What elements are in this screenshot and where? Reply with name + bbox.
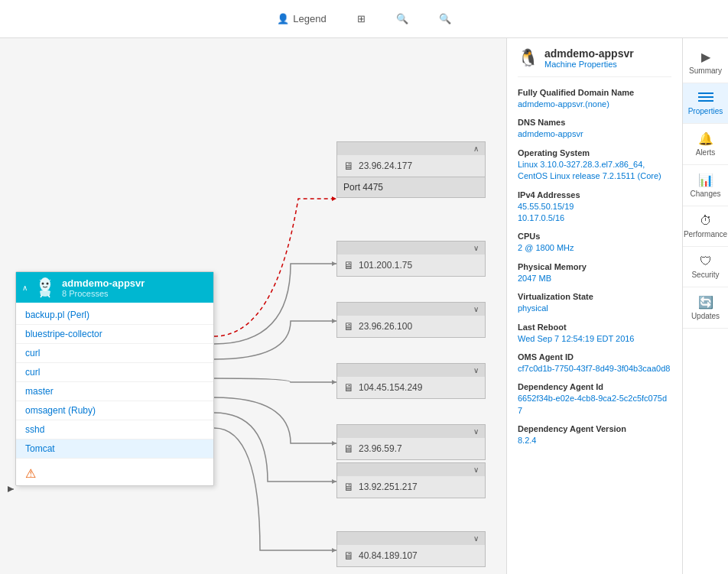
process-row[interactable]: sshd	[16, 420, 213, 439]
updates-icon: 🔄	[698, 295, 713, 310]
monitor-icon-2: 🖥	[343, 259, 354, 271]
process-name: curl	[25, 367, 40, 378]
collapse-button[interactable]: ∧	[22, 284, 28, 292]
grid-button[interactable]: ⊞	[349, 9, 373, 28]
dep-agent-ver-section: Dependency Agent Version 8.2.4	[518, 424, 671, 446]
monitor-icon-3: 🖥	[343, 320, 354, 332]
remote-node-4: ∨ 🖥 104.45.154.249	[336, 363, 486, 399]
node-body-2: 🖥 101.200.1.75	[336, 255, 486, 277]
dep-agent-id-value: 6652f34b-e02e-4cb8-9ca2-5c2c5fc075d7	[518, 393, 671, 417]
nav-summary-button[interactable]: ▶ Summary	[683, 42, 728, 83]
legend-button[interactable]: 👤 Legend	[269, 9, 333, 28]
top-toolbar: 👤 Legend ⊞ 🔍 🔍	[0, 0, 728, 38]
warning-icon: ⚠	[25, 466, 36, 481]
nav-changes-button[interactable]: 📊 Changes	[683, 165, 728, 206]
machine-card: ∧ admdemo-appsvr 8 Processes	[15, 271, 214, 486]
virt-label: Virtualization State	[518, 292, 671, 301]
cpu-value: 2 @ 1800 MHz	[518, 242, 671, 254]
node-collapse-7[interactable]: ∨	[336, 531, 486, 545]
node-collapse-4[interactable]: ∨	[336, 363, 486, 377]
nav-properties-button[interactable]: Properties	[683, 83, 728, 124]
node-collapse-1[interactable]: ∧	[336, 141, 486, 155]
os-label: Operating System	[518, 148, 671, 157]
fqdn-value: admdemo-appsvr.(none)	[518, 99, 671, 110]
node-body-3: 🖥 23.96.26.100	[336, 316, 486, 338]
zoom-out-button[interactable]: 🔍	[388, 9, 416, 28]
nav-security-button[interactable]: 🛡 Security	[683, 247, 728, 287]
process-row[interactable]: omsagent (Ruby)	[16, 401, 213, 420]
node-body-1: 🖥 23.96.24.177	[336, 155, 486, 177]
map-area[interactable]: ∧ admdemo-appsvr 8 Processes	[0, 38, 506, 574]
security-icon: 🛡	[700, 255, 712, 268]
process-name: Tomcat	[25, 443, 55, 454]
performance-icon: ⏱	[700, 214, 712, 228]
svg-rect-16	[698, 92, 713, 94]
svg-rect-17	[698, 96, 713, 98]
zoom-in-icon: 🔍	[439, 13, 451, 24]
nav-security-label: Security	[691, 271, 719, 279]
process-row[interactable]: master	[16, 382, 213, 401]
process-row[interactable]: curl	[16, 344, 213, 363]
node-collapse-6[interactable]: ∨	[336, 462, 486, 476]
svg-marker-7	[8, 486, 14, 492]
node-collapse-2[interactable]: ∨	[336, 241, 486, 255]
changes-icon: 📊	[698, 173, 713, 187]
nav-updates-label: Updates	[691, 312, 720, 320]
fqdn-section: Fully Qualified Domain Name admdemo-apps…	[518, 88, 671, 110]
node-ip-7: 40.84.189.107	[359, 550, 418, 561]
dep-agent-ver-value: 8.2.4	[518, 435, 671, 446]
monitor-icon-5: 🖥	[343, 443, 354, 455]
machine-card-footer: ⚠	[16, 462, 213, 485]
os-section: Operating System Linux 3.10.0-327.28.3.e…	[518, 148, 671, 183]
nav-properties-label: Properties	[688, 107, 723, 115]
remote-node-6: ∨ 🖥 13.92.251.217	[336, 462, 486, 498]
memory-label: Physical Memory	[518, 262, 671, 271]
nav-alerts-button[interactable]: 🔔 Alerts	[683, 124, 728, 165]
node-collapse-3[interactable]: ∨	[336, 302, 486, 316]
nav-performance-button[interactable]: ⏱ Performance	[683, 206, 728, 247]
legend-icon: 👤	[277, 13, 289, 24]
process-name: curl	[25, 348, 40, 358]
cpu-section: CPUs 2 @ 1800 MHz	[518, 232, 671, 254]
machine-subtitle: 8 Processes	[62, 289, 145, 298]
node-body-4: 🖥 104.45.154.249	[336, 377, 486, 399]
nav-updates-button[interactable]: 🔄 Updates	[683, 287, 728, 329]
oms-id-section: OMS Agent ID cf7c0d1b-7750-43f7-8d49-3f0…	[518, 352, 671, 375]
process-row[interactable]: curl	[16, 363, 213, 382]
node-collapse-5[interactable]: ∨	[336, 424, 486, 438]
process-row[interactable]: bluestripe-collector	[16, 325, 213, 344]
svg-line-14	[41, 295, 42, 297]
svg-point-11	[47, 283, 49, 285]
remote-node-2: ∨ 🖥 101.200.1.75	[336, 241, 486, 277]
properties-panel: 🐧 admdemo-appsvr Machine Properties Full…	[506, 38, 682, 574]
alerts-icon: 🔔	[698, 131, 713, 146]
dep-agent-id-label: Dependency Agent Id	[518, 382, 671, 391]
process-name: master	[25, 386, 54, 397]
svg-rect-18	[698, 100, 713, 102]
zoom-out-icon: 🔍	[396, 13, 408, 24]
linux-icon	[34, 277, 56, 298]
remote-node-3: ∨ 🖥 23.96.26.100	[336, 302, 486, 338]
node-ip-2: 101.200.1.75	[359, 260, 412, 271]
reboot-value: Wed Sep 7 12:54:19 EDT 2016	[518, 333, 671, 345]
monitor-icon-1: 🖥	[343, 160, 354, 172]
machine-name: admdemo-appsvr	[62, 277, 145, 289]
remote-node-5: ∨ 🖥 23.96.59.7	[336, 424, 486, 460]
dep-agent-id-section: Dependency Agent Id 6652f34b-e02e-4cb8-9…	[518, 382, 671, 417]
oms-id-label: OMS Agent ID	[518, 352, 671, 362]
panel-header: 🐧 admdemo-appsvr Machine Properties	[518, 47, 671, 77]
node-body-7: 🖥 40.84.189.107	[336, 545, 486, 567]
process-row[interactable]: backup.pl (Perl)	[16, 306, 213, 325]
properties-icon	[697, 91, 714, 105]
grid-icon: ⊞	[357, 13, 366, 24]
zoom-in-button[interactable]: 🔍	[431, 9, 459, 28]
collapse-icon-3: ∨	[473, 305, 479, 313]
dns-value: admdemo-appsvr	[518, 128, 671, 140]
monitor-icon-7: 🖥	[343, 550, 354, 562]
process-row[interactable]: Tomcat	[16, 439, 213, 459]
svg-line-15	[48, 295, 50, 297]
remote-node-7: ∨ 🖥 40.84.189.107	[336, 531, 486, 567]
main-area: ∧ admdemo-appsvr 8 Processes	[0, 38, 728, 574]
node-ip-4: 104.45.154.249	[359, 382, 422, 393]
svg-point-9	[40, 277, 50, 291]
